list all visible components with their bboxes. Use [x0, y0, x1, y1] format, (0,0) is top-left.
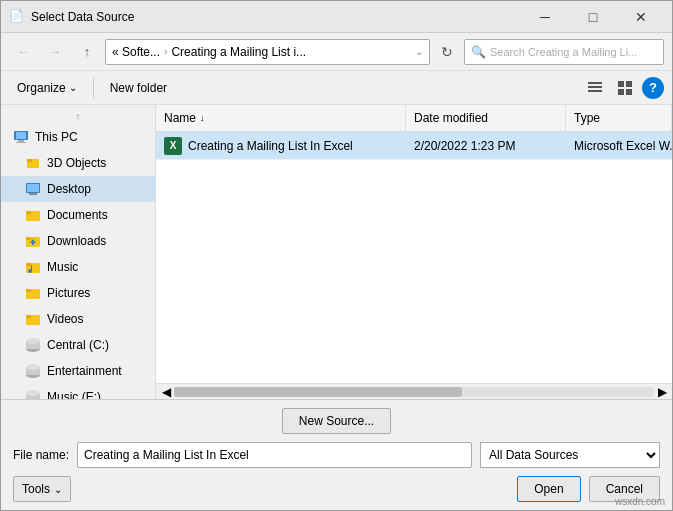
- new-folder-button[interactable]: New folder: [102, 75, 175, 101]
- minimize-button[interactable]: ─: [522, 4, 568, 30]
- toolbar-separator: [93, 78, 94, 98]
- tools-dropdown-icon: ⌄: [54, 484, 62, 495]
- svg-rect-23: [26, 263, 31, 266]
- view-list-button[interactable]: [582, 75, 608, 101]
- list-view-icon: [588, 81, 602, 95]
- svg-rect-25: [31, 265, 32, 271]
- open-label: Open: [534, 482, 563, 496]
- new-source-button[interactable]: New Source...: [282, 408, 391, 434]
- back-button[interactable]: ←: [9, 39, 37, 65]
- file-pane: Name ↓ Date modified Type X Creating a M…: [156, 105, 672, 399]
- sidebar-item-pictures[interactable]: Pictures: [1, 280, 155, 306]
- maximize-button[interactable]: □: [570, 4, 616, 30]
- desktop-label: Desktop: [47, 182, 91, 196]
- svg-rect-15: [29, 193, 37, 195]
- sidebar-item-downloads[interactable]: Downloads: [1, 228, 155, 254]
- path-dropdown-arrow: ⌄: [415, 46, 423, 57]
- search-box[interactable]: 🔍 Search Creating a Mailing Li...: [464, 39, 664, 65]
- open-button[interactable]: Open: [517, 476, 580, 502]
- filename-label: File name:: [13, 448, 69, 462]
- sidebar-item-entertainment[interactable]: Entertainment: [1, 358, 155, 384]
- close-button[interactable]: ✕: [618, 4, 664, 30]
- watermark: wsxdn.com: [615, 496, 665, 507]
- content-area: ↑ This PC 3D Objects Desktop: [1, 105, 672, 399]
- svg-rect-19: [26, 237, 31, 240]
- bottom-area: New Source... File name: All Data Source…: [1, 399, 672, 510]
- horizontal-scrollbar-area: ◀ ▶: [156, 383, 672, 399]
- svg-point-38: [26, 390, 40, 396]
- videos-icon: [25, 311, 41, 327]
- videos-label: Videos: [47, 312, 83, 326]
- address-bar: ← → ↑ « Softe... › Creating a Mailing Li…: [1, 33, 672, 71]
- svg-rect-10: [16, 142, 26, 143]
- excel-icon: X: [164, 137, 182, 155]
- col-header-name[interactable]: Name ↓: [156, 105, 406, 131]
- svg-rect-14: [27, 184, 39, 192]
- sidebar-item-c-drive[interactable]: Central (C:): [1, 332, 155, 358]
- file-date-cell: 2/20/2022 1:23 PM: [406, 139, 566, 153]
- help-button[interactable]: ?: [642, 77, 664, 99]
- sidebar-item-videos[interactable]: Videos: [1, 306, 155, 332]
- c-drive-label: Central (C:): [47, 338, 109, 352]
- details-view-icon: [618, 81, 632, 95]
- up-button[interactable]: ↑: [73, 39, 101, 65]
- svg-rect-17: [26, 211, 31, 214]
- pictures-icon: [25, 285, 41, 301]
- col-header-date[interactable]: Date modified: [406, 105, 566, 131]
- this-pc-icon: [13, 129, 29, 145]
- search-placeholder: Search Creating a Mailing Li...: [490, 46, 637, 58]
- filetype-select[interactable]: All Data Sources Excel Files Access Data…: [480, 442, 660, 468]
- dialog-icon: 📄: [9, 9, 25, 25]
- entertainment-icon: [25, 363, 41, 379]
- actions-row: Tools ⌄ Open Cancel: [13, 476, 660, 502]
- desktop-icon: [25, 181, 41, 197]
- downloads-label: Downloads: [47, 234, 106, 248]
- svg-rect-12: [27, 159, 32, 162]
- col-date-label: Date modified: [414, 111, 488, 125]
- svg-point-32: [26, 338, 40, 344]
- toolbar-right: ?: [582, 75, 664, 101]
- forward-button[interactable]: →: [41, 39, 69, 65]
- file-name-cell: X Creating a Mailing List In Excel: [156, 137, 406, 155]
- filename-input[interactable]: [77, 442, 472, 468]
- scroll-left-button[interactable]: ◀: [158, 387, 174, 397]
- sidebar-item-this-pc[interactable]: This PC: [1, 124, 155, 150]
- documents-label: Documents: [47, 208, 108, 222]
- scroll-right-button[interactable]: ▶: [654, 387, 670, 397]
- refresh-button[interactable]: ↻: [434, 39, 460, 65]
- svg-rect-1: [588, 86, 602, 88]
- music-e-label: Music (E:): [47, 390, 101, 399]
- horizontal-scrollbar[interactable]: [174, 387, 654, 397]
- new-folder-label: New folder: [110, 81, 167, 95]
- sidebar-item-3d-objects[interactable]: 3D Objects: [1, 150, 155, 176]
- this-pc-label: This PC: [35, 130, 78, 144]
- table-row[interactable]: X Creating a Mailing List In Excel 2/20/…: [156, 132, 672, 160]
- music-label: Music: [47, 260, 78, 274]
- col-header-type[interactable]: Type: [566, 105, 672, 131]
- sidebar-item-music[interactable]: Music: [1, 254, 155, 280]
- toolbar: Organize ⌄ New folder ?: [1, 71, 672, 105]
- svg-rect-27: [26, 289, 31, 292]
- address-path[interactable]: « Softe... › Creating a Mailing List i..…: [105, 39, 430, 65]
- svg-rect-4: [626, 81, 632, 87]
- 3d-objects-icon: [25, 155, 41, 171]
- file-name: Creating a Mailing List In Excel: [188, 139, 353, 153]
- sidebar-item-documents[interactable]: Documents: [1, 202, 155, 228]
- col-name-label: Name: [164, 111, 196, 125]
- organize-chevron: ⌄: [69, 82, 77, 93]
- svg-rect-8: [16, 132, 26, 139]
- sidebar-item-music-e[interactable]: Music (E:): [1, 384, 155, 399]
- file-type-cell: Microsoft Excel W...: [566, 139, 672, 153]
- path-part-creating: Creating a Mailing List i...: [171, 45, 306, 59]
- file-type: Microsoft Excel W...: [574, 139, 672, 153]
- sidebar-item-desktop[interactable]: Desktop: [1, 176, 155, 202]
- entertainment-label: Entertainment: [47, 364, 122, 378]
- tools-label: Tools: [22, 482, 50, 496]
- tools-button[interactable]: Tools ⌄: [13, 476, 71, 502]
- path-part-softe: « Softe...: [112, 45, 160, 59]
- 3d-objects-label: 3D Objects: [47, 156, 106, 170]
- view-details-button[interactable]: [612, 75, 638, 101]
- organize-button[interactable]: Organize ⌄: [9, 75, 85, 101]
- pictures-label: Pictures: [47, 286, 90, 300]
- svg-rect-29: [26, 315, 31, 318]
